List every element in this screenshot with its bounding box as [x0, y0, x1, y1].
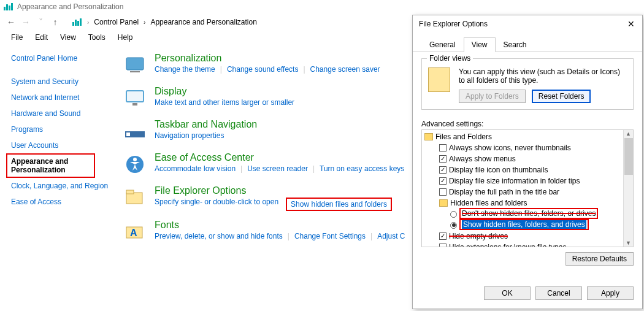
svg-rect-2: [126, 91, 144, 102]
tab-view[interactable]: View: [464, 37, 496, 52]
nav-up-button[interactable]: ↑: [49, 16, 61, 28]
link-navigation-properties[interactable]: Navigation properties: [155, 131, 224, 140]
dialog-tabs: General View Search: [413, 33, 642, 52]
folder-icon: [439, 199, 448, 207]
window-titlebar: Appearance and Personalization: [0, 0, 644, 13]
svg-rect-8: [126, 193, 142, 204]
personalization-icon: [123, 53, 147, 77]
folder-views-description: You can apply this view (such as Details…: [459, 67, 627, 85]
apply-button[interactable]: Apply: [587, 286, 634, 300]
link-low-vision[interactable]: Accommodate low vision: [155, 164, 236, 173]
cancel-button[interactable]: Cancel: [535, 286, 582, 300]
ease-of-access-icon: [123, 152, 147, 177]
breadcrumb-icon: [72, 18, 82, 26]
breadcrumb-root[interactable]: Control Panel: [94, 18, 139, 26]
menu-view[interactable]: View: [54, 32, 82, 43]
link-make-text-larger[interactable]: Make text and other items larger or smal…: [155, 98, 294, 107]
scroll-up-icon[interactable]: ▲: [626, 131, 631, 137]
svg-rect-1: [130, 71, 140, 72]
tab-search[interactable]: Search: [496, 37, 535, 52]
scroll-down-icon[interactable]: ▼: [626, 240, 631, 246]
option-hide-extensions[interactable]: Hide extensions for known file types: [423, 242, 622, 247]
nav-forward-button[interactable]: →: [20, 16, 32, 28]
option-display-full-path[interactable]: Display the full path in the title bar: [423, 186, 622, 198]
link-adjust-cleartype[interactable]: Adjust C: [377, 232, 405, 240]
link-change-theme[interactable]: Change the theme: [155, 65, 215, 74]
menu-help[interactable]: Help: [112, 32, 139, 43]
sidebar-item-network-internet[interactable]: Network and Internet: [6, 90, 120, 106]
radio-dont-show-hidden[interactable]: Don't show hidden files, folders, or dri…: [423, 209, 622, 220]
link-change-font-settings[interactable]: Change Font Settings: [294, 232, 366, 240]
sidebar-item-clock-language-region[interactable]: Clock, Language, and Region: [6, 178, 120, 194]
reset-folders-button[interactable]: Reset Folders: [532, 90, 591, 103]
category-title[interactable]: Personalization: [155, 53, 380, 64]
link-single-double-click[interactable]: Specify single- or double-click to open: [155, 198, 278, 211]
tree-files-and-folders[interactable]: Files and Folders: [423, 131, 622, 142]
option-always-show-icons[interactable]: Always show icons, never thumbnails: [423, 142, 622, 153]
sidebar-item-programs[interactable]: Programs: [6, 121, 120, 137]
sidebar-item-user-accounts[interactable]: User Accounts: [6, 137, 120, 153]
category-title[interactable]: File Explorer Options: [155, 185, 392, 196]
folder-views-icon: [428, 67, 450, 92]
folder-views-legend: Folder views: [427, 54, 473, 63]
folder-views-group: Folder views You can apply this view (su…: [421, 58, 634, 110]
option-always-show-menus[interactable]: Always show menus: [423, 153, 622, 164]
advanced-settings-label: Advanced settings:: [421, 120, 634, 128]
apply-to-folders-button[interactable]: Apply to Folders: [459, 90, 526, 103]
link-change-sound-effects[interactable]: Change sound effects: [227, 65, 299, 74]
menu-file[interactable]: File: [5, 32, 29, 43]
scroll-thumb[interactable]: [624, 138, 633, 175]
nav-back-button[interactable]: ←: [5, 16, 17, 28]
display-icon: [123, 86, 147, 110]
svg-rect-5: [126, 132, 130, 136]
category-title[interactable]: Taskbar and Navigation: [155, 119, 257, 130]
svg-text:A: A: [130, 228, 137, 238]
category-title[interactable]: Fonts: [155, 220, 405, 231]
dialog-title: File Explorer Options: [419, 20, 488, 28]
close-button[interactable]: ✕: [624, 19, 638, 29]
window-icon: [4, 3, 13, 10]
svg-point-7: [133, 158, 137, 161]
window-title: Appearance and Personalization: [17, 2, 123, 11]
svg-rect-9: [126, 190, 134, 194]
menu-tools[interactable]: Tools: [82, 32, 112, 43]
breadcrumb[interactable]: Control Panel › Appearance and Personali…: [94, 18, 257, 26]
breadcrumb-sep-icon: ›: [87, 19, 89, 26]
tree-hidden-files[interactable]: Hidden files and folders: [423, 198, 622, 209]
advanced-scrollbar[interactable]: ▲ ▼: [623, 130, 633, 247]
nav-recent-dropdown[interactable]: ˅: [34, 16, 47, 28]
sidebar-item-hardware-sound[interactable]: Hardware and Sound: [6, 106, 120, 121]
link-easy-access-keys[interactable]: Turn on easy access keys: [320, 164, 404, 173]
link-change-screen-saver[interactable]: Change screen saver: [310, 65, 380, 74]
sidebar-item-appearance-personalization[interactable]: Appearance and Personalization: [6, 153, 95, 178]
link-screen-reader[interactable]: Use screen reader: [247, 164, 308, 173]
folder-icon: [424, 133, 433, 140]
sidebar-item-ease-of-access[interactable]: Ease of Access: [6, 194, 120, 210]
menu-edit[interactable]: Edit: [29, 32, 54, 43]
file-explorer-options-dialog: File Explorer Options ✕ General View Sea…: [412, 15, 643, 309]
category-title[interactable]: Ease of Access Center: [155, 152, 404, 163]
svg-rect-3: [132, 103, 137, 106]
sidebar: Control Panel Home System and Security N…: [0, 48, 123, 253]
tab-general[interactable]: General: [421, 37, 464, 52]
option-display-file-icon[interactable]: Display file icon on thumbnails: [423, 164, 622, 175]
dialog-titlebar: File Explorer Options ✕: [413, 15, 642, 33]
sidebar-item-system-security[interactable]: System and Security: [6, 74, 120, 90]
category-title[interactable]: Display: [155, 86, 294, 97]
svg-rect-0: [126, 58, 144, 70]
ok-button[interactable]: OK: [484, 286, 531, 300]
option-hide-empty-drives[interactable]: Hide empty drives: [423, 231, 622, 242]
sidebar-home[interactable]: Control Panel Home: [6, 50, 120, 66]
advanced-settings-tree: Files and Folders Always show icons, nev…: [421, 129, 634, 247]
restore-defaults-button[interactable]: Restore Defaults: [565, 252, 634, 266]
file-explorer-options-icon: [123, 185, 147, 210]
breadcrumb-current[interactable]: Appearance and Personalization: [150, 18, 256, 26]
fonts-icon: A: [123, 220, 147, 244]
link-show-hidden-files[interactable]: Show hidden files and folders: [286, 198, 392, 211]
link-preview-fonts[interactable]: Preview, delete, or show and hide fonts: [155, 232, 283, 240]
option-display-file-size-tips[interactable]: Display file size information in folder …: [423, 175, 622, 186]
breadcrumb-sep-icon: ›: [144, 19, 145, 26]
radio-show-hidden[interactable]: Show hidden files, folders, and drives: [423, 220, 622, 231]
taskbar-icon: [123, 119, 147, 144]
